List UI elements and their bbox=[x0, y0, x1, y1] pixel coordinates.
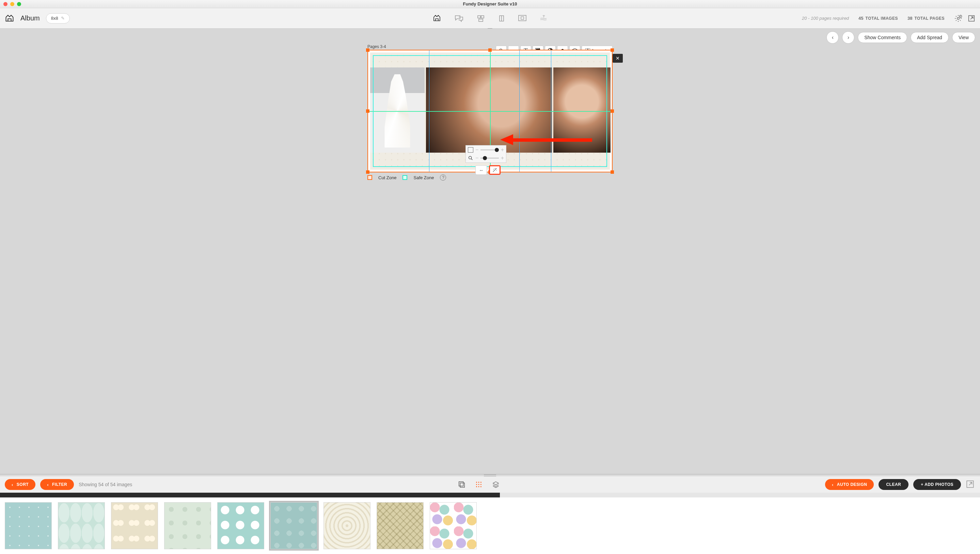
zone-legend: Cut Zone Safe Zone ? bbox=[368, 174, 612, 180]
svg-point-24 bbox=[476, 484, 477, 485]
svg-point-23 bbox=[480, 482, 482, 483]
svg-point-28 bbox=[478, 486, 479, 487]
external-open-icon[interactable] bbox=[968, 14, 975, 22]
resize-handle[interactable] bbox=[488, 48, 492, 52]
safe-zone-swatch bbox=[402, 175, 407, 180]
background-thumbnails bbox=[0, 497, 980, 554]
app-logo-icon bbox=[5, 14, 14, 23]
svg-point-18 bbox=[469, 156, 472, 159]
svg-rect-3 bbox=[519, 15, 526, 21]
mode-label: Album bbox=[21, 14, 40, 22]
opacity-slider[interactable]: − + bbox=[468, 147, 504, 153]
module-chat-icon[interactable] bbox=[454, 14, 464, 22]
album-size-value: 8x8 bbox=[51, 16, 58, 21]
magic-wand-button[interactable] bbox=[489, 165, 501, 175]
background-thumbnail[interactable] bbox=[58, 502, 105, 549]
total-images-stat: 45TOTAL IMAGES bbox=[858, 16, 898, 21]
background-thumbnail[interactable] bbox=[430, 502, 477, 549]
module-wall-icon[interactable] bbox=[476, 14, 485, 22]
add-spread-button[interactable]: Add Spread bbox=[910, 32, 949, 43]
well-backgrounds-icon[interactable] bbox=[475, 481, 482, 488]
zoom-slider[interactable]: − + bbox=[468, 155, 504, 161]
remove-spread-button[interactable]: ✕ bbox=[612, 54, 623, 63]
filter-button[interactable]: ‹FILTER bbox=[40, 479, 74, 490]
pages-required-note: 20 - 100 pages required bbox=[802, 16, 849, 21]
total-pages-stat: 38TOTAL PAGES bbox=[907, 16, 945, 21]
background-thumbnail[interactable] bbox=[323, 502, 371, 549]
background-thumbnail[interactable] bbox=[111, 502, 158, 549]
close-window-button[interactable] bbox=[3, 2, 8, 6]
svg-rect-20 bbox=[460, 483, 465, 487]
window-titlebar: Fundy Designer Suite v10 bbox=[0, 0, 980, 8]
workspace-top-controls: ‹ › Show Comments Add Spread View bbox=[0, 29, 980, 46]
project-stats: 20 - 100 pages required 45TOTAL IMAGES 3… bbox=[802, 14, 975, 22]
resize-handle[interactable] bbox=[611, 170, 614, 174]
well-view-tabs bbox=[458, 481, 500, 488]
window-controls bbox=[0, 2, 21, 6]
background-thumbnail[interactable] bbox=[5, 502, 52, 549]
album-spread[interactable]: ✕ − + − + ↔ bbox=[368, 50, 612, 172]
spread-photo-2[interactable] bbox=[426, 67, 552, 153]
background-thumbnail[interactable] bbox=[164, 502, 211, 549]
auto-design-button[interactable]: ‹AUTO DESIGN bbox=[825, 479, 874, 490]
module-order-icon[interactable] bbox=[539, 14, 548, 22]
module-frame-icon[interactable] bbox=[518, 14, 527, 22]
svg-point-29 bbox=[480, 486, 482, 487]
wand-icon bbox=[492, 167, 498, 173]
safe-zone-label: Safe Zone bbox=[414, 175, 434, 180]
svg-rect-2 bbox=[479, 19, 483, 21]
prev-spread-button[interactable]: ‹ bbox=[826, 31, 839, 44]
next-spread-button[interactable]: › bbox=[842, 31, 854, 44]
opacity-zoom-panel: − + − + ↔ bbox=[466, 145, 506, 163]
module-album-icon[interactable] bbox=[432, 14, 442, 22]
settings-gear-icon[interactable] bbox=[954, 14, 962, 22]
workspace: ‹ › Show Comments Add Spread View ↔ T La… bbox=[0, 29, 980, 474]
svg-point-25 bbox=[478, 484, 479, 485]
image-well-toolbar: ‹SORT ‹FILTER Showing 54 of 54 images ‹A… bbox=[0, 476, 980, 493]
cut-zone-label: Cut Zone bbox=[378, 175, 396, 180]
opacity-icon bbox=[468, 147, 473, 153]
svg-point-21 bbox=[476, 482, 477, 483]
resize-handle[interactable] bbox=[611, 109, 614, 113]
spread-container: ↔ T Layouts Pages 3-4 bbox=[368, 44, 612, 180]
add-photos-button[interactable]: + ADD PHOTOS bbox=[913, 479, 961, 490]
background-thumbnail[interactable] bbox=[270, 502, 317, 549]
swap-horizontal-button[interactable]: ↔ bbox=[476, 165, 487, 175]
showing-count-label: Showing 54 of 54 images bbox=[79, 482, 132, 487]
spread-photo-3[interactable] bbox=[553, 67, 611, 153]
pencil-icon: ✎ bbox=[61, 16, 65, 21]
well-layers-icon[interactable] bbox=[492, 481, 500, 488]
show-comments-button[interactable]: Show Comments bbox=[858, 32, 907, 43]
resize-handle[interactable] bbox=[611, 48, 614, 52]
sort-button[interactable]: ‹SORT bbox=[5, 479, 35, 490]
thumb-scrollbar[interactable] bbox=[0, 493, 980, 497]
resize-handle[interactable] bbox=[366, 109, 369, 113]
view-button[interactable]: View bbox=[952, 32, 975, 43]
window-title: Fundy Designer Suite v10 bbox=[0, 2, 980, 6]
background-thumbnail[interactable] bbox=[377, 502, 423, 549]
resize-handle[interactable] bbox=[366, 170, 369, 174]
album-size-selector[interactable]: 8x8 ✎ bbox=[46, 13, 70, 24]
help-icon[interactable]: ? bbox=[440, 174, 446, 180]
module-tabs bbox=[432, 14, 548, 22]
zoom-icon bbox=[468, 155, 473, 161]
well-images-icon[interactable] bbox=[458, 481, 466, 488]
spread-photo-1[interactable] bbox=[370, 67, 425, 153]
background-thumbnail[interactable] bbox=[217, 502, 264, 549]
svg-point-27 bbox=[476, 486, 477, 487]
svg-point-26 bbox=[480, 484, 482, 485]
resize-handle[interactable] bbox=[366, 48, 369, 52]
svg-rect-19 bbox=[459, 482, 463, 486]
app-toolbar: Album 8x8 ✎ 20 - 100 pages required 45TO… bbox=[0, 8, 980, 29]
svg-rect-1 bbox=[481, 16, 484, 18]
module-card-icon[interactable] bbox=[498, 14, 506, 22]
cut-zone-swatch bbox=[368, 175, 372, 180]
svg-rect-4 bbox=[521, 17, 524, 19]
maximize-window-button[interactable] bbox=[17, 2, 21, 6]
expand-panel-icon[interactable] bbox=[966, 480, 975, 489]
svg-rect-0 bbox=[478, 16, 480, 18]
minimize-window-button[interactable] bbox=[10, 2, 14, 6]
spread-photo-row bbox=[370, 67, 610, 153]
clear-button[interactable]: CLEAR bbox=[878, 479, 908, 490]
scroll-thumb[interactable] bbox=[0, 493, 500, 497]
